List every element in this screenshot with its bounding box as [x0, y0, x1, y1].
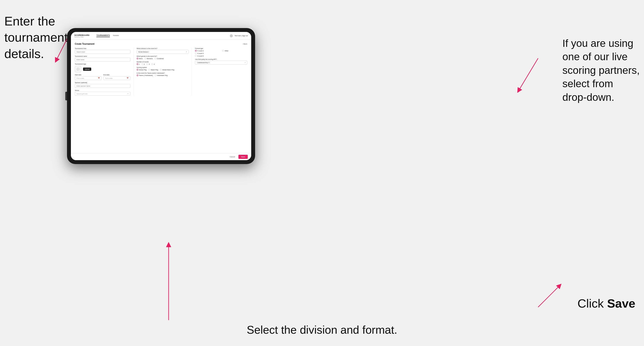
rounds-1-label: 1	[139, 63, 140, 65]
radio-womens	[144, 58, 146, 59]
name-input[interactable]	[75, 58, 130, 61]
radio-mens	[137, 58, 138, 59]
5count4-label: 5 count 4	[197, 50, 204, 52]
nav-logo: SCOREBOARD Powered by Clippd	[74, 34, 90, 37]
form-section-col3: Format type 5 count 4 Other	[192, 48, 247, 96]
division-dropdown-icon: ▼	[186, 51, 187, 52]
format-6count5[interactable]: 6 count 5	[195, 55, 220, 57]
form-grid: Tournament Host Tournament name Tourname…	[75, 48, 247, 96]
radio-6count4	[195, 52, 197, 54]
upload-button[interactable]: Upload	[83, 68, 91, 71]
svg-point-1	[78, 68, 78, 69]
annotation-bottomright-bold: Save	[607, 297, 635, 310]
annotation-topright: If you are using one of our live scoring…	[562, 37, 640, 104]
live-scoring-input[interactable]: Leaderboard King × ▼	[195, 61, 247, 65]
start-date-placeholder: Pick a date	[76, 77, 84, 79]
back-link[interactable]: ‹ Back	[242, 43, 247, 45]
nav-link-tournaments[interactable]: TOURNAMENTS	[96, 34, 110, 37]
rounds-2-label: 2	[144, 63, 145, 65]
sidebar-tab[interactable]	[65, 92, 67, 100]
division-label: Which division is the event for?	[137, 48, 189, 49]
radio-stroke-play	[137, 69, 138, 71]
sponsor-input[interactable]	[75, 84, 130, 88]
powered-by-text: Powered by Clippd	[74, 36, 90, 37]
format-type-label: Format type	[195, 48, 247, 49]
arrow-topright	[476, 54, 540, 97]
arrow-bottomcenter	[158, 240, 180, 327]
gender-option-mens[interactable]: Mens	[137, 58, 143, 59]
start-date-label: Start date	[75, 74, 102, 76]
division-select[interactable]: NCAA Division I ▼	[137, 50, 189, 54]
gender-womens-label: Womens	[147, 58, 153, 59]
format-6count4[interactable]: 6 count 4	[195, 52, 220, 54]
scoring-match-play[interactable]: Match Play	[148, 69, 158, 71]
radio-match-play	[148, 69, 150, 71]
venue-placeholder: Search golf club	[76, 93, 87, 95]
image-icon	[76, 68, 80, 71]
scoring-label: Scoring system	[137, 67, 189, 68]
stroke-play-label: Stroke Play	[139, 69, 147, 71]
venue-input[interactable]: Search golf club ▼	[75, 92, 130, 96]
form-group-end-date: End date Pick a date 📅	[103, 74, 130, 80]
live-scoring-label: Use third-party live scoring API?	[195, 58, 247, 60]
rounds-option-1[interactable]: 1	[137, 63, 140, 65]
host-input[interactable]	[75, 50, 130, 54]
action-bar: Cancel Save	[71, 153, 251, 160]
save-button[interactable]: Save	[238, 155, 248, 159]
radio-3	[146, 63, 148, 65]
teams-option-teams[interactable]: Teams (+Individuals)	[137, 74, 153, 76]
live-scoring-tag-text: Leaderboard King	[197, 62, 208, 63]
form-group-gender: Which gender is the event for? Mens Wome…	[137, 55, 189, 59]
form-group-live-scoring: Use third-party live scoring API? Leader…	[195, 58, 247, 65]
rounds-label: Number of rounds	[137, 61, 189, 63]
live-scoring-tag: Leaderboard King ×	[196, 61, 210, 64]
rounds-4-label: 4	[154, 63, 154, 65]
annotation-bottomright-prefix: Click	[578, 297, 607, 310]
teams-radio-group: Teams (+Individuals) Individuals Only	[137, 74, 189, 76]
scoring-medal-match-play[interactable]: Medal Match Play	[160, 69, 174, 71]
form-group-format-type: Format type 5 count 4 Other	[195, 48, 247, 57]
medal-match-play-label: Medal Match Play	[162, 69, 174, 71]
gender-mens-label: Mens	[139, 58, 143, 59]
6count4-label: 6 count 4	[197, 53, 204, 54]
venue-dropdown-icon: ▼	[127, 93, 129, 94]
gender-option-combined[interactable]: Combined	[154, 58, 164, 59]
teams-option-individuals[interactable]: Individuals Only	[154, 74, 168, 76]
form-group-scoring: Scoring system Stroke Play Match Play	[137, 67, 189, 71]
radio-4	[151, 63, 153, 65]
venue-label: Venue	[75, 90, 130, 91]
radio-5count4	[195, 50, 197, 52]
rounds-radio-group: 1 2 3 4	[137, 63, 189, 65]
gender-option-womens[interactable]: Womens	[144, 58, 153, 59]
cancel-button[interactable]: Cancel	[228, 155, 237, 159]
end-date-input[interactable]: Pick a date 📅	[103, 76, 130, 80]
radio-medal-match-play	[160, 69, 162, 71]
form-group-division: Which division is the event for? NCAA Di…	[137, 48, 189, 54]
nav-user-text: Test User | Sign out	[234, 35, 248, 36]
radio-other	[222, 50, 224, 52]
scoring-stroke-play[interactable]: Stroke Play	[137, 69, 147, 71]
format-other[interactable]: Other	[222, 50, 247, 52]
rounds-option-3[interactable]: 3	[146, 63, 150, 65]
logo-text: SCOREBOARD	[74, 34, 90, 36]
other-label: Other	[224, 50, 228, 52]
form-section-col1: Tournament Host Tournament name Tourname…	[75, 48, 130, 96]
annotation-topleft: Enter the tournament details.	[4, 13, 68, 62]
format-5count4[interactable]: 5 count 4	[195, 50, 220, 52]
calendar-icon-end: 📅	[127, 77, 129, 79]
logo-upload-area: Upload	[75, 66, 130, 72]
live-scoring-dropdown-icon: ▼	[244, 62, 246, 63]
rounds-option-4[interactable]: 4	[151, 63, 154, 65]
annotation-bottomcenter: Select the division and format.	[247, 323, 397, 337]
form-group-rounds: Number of rounds 1 2	[137, 61, 189, 65]
rounds-option-2[interactable]: 2	[142, 63, 145, 65]
tag-close-icon[interactable]: ×	[208, 62, 210, 63]
gender-radio-group: Mens Womens Combined	[137, 58, 189, 59]
tablet-screen: SCOREBOARD Powered by Clippd TOURNAMENTS…	[71, 32, 251, 160]
start-date-input[interactable]: Pick a date 📅	[75, 76, 102, 80]
nav-links: TOURNAMENTS TEAMS	[96, 34, 119, 37]
match-play-label: Match Play	[151, 69, 158, 71]
rounds-3-label: 3	[149, 63, 150, 65]
page-title: Create Tournament	[75, 43, 94, 45]
nav-link-teams[interactable]: TEAMS	[113, 34, 119, 37]
